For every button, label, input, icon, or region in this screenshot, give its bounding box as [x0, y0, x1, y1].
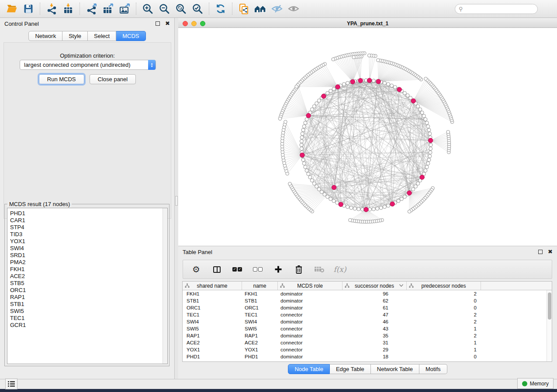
column-header-predecessor-nodes[interactable]: predecessor nodes — [407, 282, 481, 290]
table-row[interactable]: SWI4SWI4dominator462 — [183, 318, 552, 325]
tab-motifs[interactable]: Motifs — [419, 364, 447, 374]
table-row[interactable]: SWI5SWI5connector431 — [183, 325, 552, 332]
criterion-dropdown[interactable]: largest connected component (undirected)… — [20, 60, 156, 70]
table-cell[interactable]: 0 — [407, 354, 481, 359]
tab-mcds[interactable]: MCDS — [116, 31, 145, 41]
mcds-result-item[interactable]: STB5 — [10, 280, 167, 287]
table-cell[interactable]: connector — [278, 347, 343, 352]
table-cell[interactable]: 18 — [343, 354, 407, 359]
table-cell[interactable]: 43 — [343, 326, 407, 331]
delete-column-button[interactable] — [294, 264, 304, 275]
select-all-button[interactable]: ✓✓ — [232, 264, 242, 275]
table-cell[interactable]: PHD1 — [183, 354, 242, 359]
table-scrollbar-thumb[interactable] — [548, 292, 551, 320]
memory-button[interactable]: Memory — [517, 378, 554, 389]
table-cell[interactable]: connector — [278, 326, 343, 331]
save-session-button[interactable] — [20, 1, 37, 16]
table-cell[interactable]: SWI5 — [183, 326, 242, 331]
close-panel-button[interactable]: Close panel — [90, 74, 136, 84]
table-cell[interactable]: 61 — [343, 305, 407, 310]
table-cell[interactable]: 0 — [407, 298, 481, 303]
network-graph[interactable] — [178, 28, 557, 246]
table-cell[interactable]: ACE2 — [242, 340, 278, 345]
mcds-result-item[interactable]: ACE2 — [10, 273, 167, 280]
mcds-result-item[interactable]: PHD1 — [10, 210, 167, 217]
tab-network[interactable]: Network — [28, 31, 62, 41]
mcds-result-item[interactable]: STB1 — [10, 301, 167, 308]
mcds-result-item[interactable]: SRD1 — [10, 252, 167, 259]
mcds-result-item[interactable]: ORC1 — [10, 287, 167, 294]
table-cell[interactable]: connector — [278, 340, 343, 345]
table-row[interactable]: FKH1FKH1dominator962 — [183, 290, 552, 297]
table-cell[interactable]: 96 — [343, 291, 407, 296]
table-cell[interactable]: 31 — [343, 340, 407, 345]
table-row[interactable]: RAP1RAP1dominator352 — [183, 332, 552, 339]
table-cell[interactable]: 1 — [407, 347, 481, 352]
table-cell[interactable]: ORC1 — [242, 305, 278, 310]
table-row[interactable]: PHD1PHD1dominator180 — [183, 353, 552, 360]
table-cell[interactable]: PHD1 — [242, 354, 278, 359]
mcds-result-item[interactable]: TID3 — [10, 231, 167, 238]
export-table-button[interactable] — [100, 1, 116, 16]
table-cell[interactable]: RAP1 — [242, 333, 278, 338]
table-row[interactable]: ACE2ACE2connector311 — [183, 339, 552, 346]
table-cell[interactable]: connector — [278, 312, 343, 317]
mcds-result-item[interactable]: SWI5 — [10, 308, 167, 315]
mcds-result-item[interactable]: CAR1 — [10, 217, 167, 224]
table-cell[interactable]: 47 — [343, 312, 407, 317]
duplicate-network-button[interactable] — [235, 1, 252, 16]
table-cell[interactable]: 62 — [343, 298, 407, 303]
tab-select[interactable]: Select — [88, 31, 116, 41]
table-cell[interactable]: RAP1 — [183, 333, 242, 338]
refresh-view-button[interactable] — [212, 1, 229, 16]
table-cell[interactable]: SWI5 — [242, 326, 278, 331]
tab-edge-table[interactable]: Edge Table — [330, 364, 371, 374]
table-cell[interactable]: 1 — [407, 326, 481, 331]
table-cell[interactable]: TEC1 — [183, 312, 242, 317]
column-header-MCDS-role[interactable]: MCDS role — [278, 282, 343, 290]
zoom-selected-button[interactable] — [189, 1, 206, 16]
splitter-grip[interactable] — [175, 196, 178, 206]
table-cell[interactable]: FKH1 — [242, 291, 278, 296]
mcds-result-item[interactable]: TEC1 — [10, 315, 167, 322]
mcds-result-item[interactable]: SWI4 — [10, 245, 167, 252]
mcds-result-item[interactable]: RAP1 — [10, 294, 167, 301]
table-row[interactable]: STB1STB1dominator620 — [183, 297, 552, 304]
run-mcds-button[interactable]: Run MCDS — [39, 74, 84, 84]
mcds-result-item[interactable]: YOX1 — [10, 238, 167, 245]
table-cell[interactable]: dominator — [278, 354, 343, 359]
mcds-result-list[interactable]: PHD1CAR1STP4TID3YOX1SWI4SRD1PMA2FKH1ACE2… — [7, 208, 168, 364]
table-cell[interactable]: dominator — [278, 305, 343, 310]
vertical-splitter[interactable] — [175, 18, 178, 379]
table-cell[interactable]: 0 — [407, 305, 481, 310]
table-settings-button[interactable]: ⚙ — [191, 264, 201, 275]
mcds-result-item[interactable]: FKH1 — [10, 266, 167, 273]
import-table-button[interactable] — [60, 1, 76, 16]
mcds-result-item[interactable]: PMA2 — [10, 259, 167, 266]
table-cell[interactable]: SWI4 — [242, 319, 278, 324]
tab-style[interactable]: Style — [62, 31, 88, 41]
table-cell[interactable]: STB1 — [242, 298, 278, 303]
zoom-fit-button[interactable] — [173, 1, 189, 16]
import-network-button[interactable] — [43, 1, 60, 16]
table-cell[interactable]: SWI4 — [183, 319, 242, 324]
table-row[interactable]: YOX1YOX1connector291 — [183, 346, 552, 353]
float-table-panel-icon[interactable] — [538, 250, 543, 254]
search-box[interactable]: ⚲ — [455, 4, 538, 14]
table-cell[interactable]: dominator — [278, 333, 343, 338]
table-cell[interactable]: YOX1 — [183, 347, 242, 352]
table-cell[interactable]: TEC1 — [242, 312, 278, 317]
close-table-panel-icon[interactable]: ✖ — [548, 250, 553, 254]
column-header-successor-nodes[interactable]: successor nodes — [343, 282, 407, 290]
table-row[interactable]: TEC1TEC1connector472 — [183, 311, 552, 318]
table-scrollbar[interactable] — [547, 290, 552, 361]
table-cell[interactable]: ORC1 — [183, 305, 242, 310]
table-cell[interactable]: 46 — [343, 319, 407, 324]
table-cell[interactable]: 2 — [407, 312, 481, 317]
table-cell[interactable]: dominator — [278, 298, 343, 303]
table-cell[interactable]: YOX1 — [242, 347, 278, 352]
export-image-button[interactable] — [116, 1, 133, 16]
table-cell[interactable]: STB1 — [183, 298, 242, 303]
column-header-name[interactable]: name — [242, 282, 278, 290]
table-cell[interactable]: 2 — [407, 319, 481, 324]
